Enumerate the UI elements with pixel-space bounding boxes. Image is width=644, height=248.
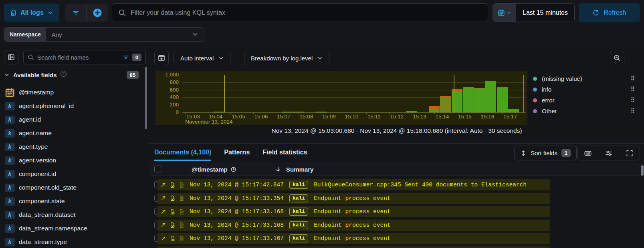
histogram-bar-segment[interactable] bbox=[474, 89, 485, 112]
table-row[interactable]: Nov 13, 2024 @ 15:17:42.847kaliBulkQueue… bbox=[149, 179, 644, 190]
histogram-bar-segment[interactable] bbox=[497, 87, 508, 88]
table-row-partial[interactable] bbox=[149, 246, 644, 248]
add-filter-button[interactable] bbox=[87, 4, 108, 22]
select-all-checkbox[interactable] bbox=[154, 166, 161, 172]
table-row[interactable]: Nov 13, 2024 @ 15:17:33.354kaliEndpoint … bbox=[149, 193, 644, 204]
refresh-button[interactable]: Refresh bbox=[579, 3, 640, 22]
expand-doc-icon[interactable] bbox=[160, 222, 166, 228]
table-row[interactable]: Nov 13, 2024 @ 15:17:33.168kaliEndpoint … bbox=[149, 206, 644, 217]
histogram-bar-segment[interactable] bbox=[508, 109, 519, 112]
breakdown-select-button[interactable]: Breakdown by log.level bbox=[244, 51, 329, 65]
date-quick-select-button[interactable] bbox=[493, 4, 516, 22]
hide-chart-button[interactable] bbox=[154, 51, 169, 65]
tab-field-statistics[interactable]: Field statistics bbox=[262, 146, 307, 161]
sidebar-field-item[interactable]: kcomponent.old_state bbox=[0, 181, 145, 194]
keyboard-shortcuts-button[interactable] bbox=[577, 146, 598, 160]
histogram-bar-segment[interactable] bbox=[429, 110, 440, 112]
namespace-filter[interactable]: Namespace Any bbox=[4, 27, 204, 42]
sidebar-field-item[interactable]: kcomponent.id bbox=[0, 167, 145, 181]
chevron-down-icon bbox=[218, 56, 224, 61]
legend-color-dot bbox=[533, 77, 537, 81]
histogram-bar-segment[interactable] bbox=[485, 81, 496, 112]
sidebar-field-item[interactable]: kagent.name bbox=[0, 126, 145, 140]
sidebar-field-item[interactable]: kdata_stream.type bbox=[0, 235, 145, 248]
legend-item[interactable]: (missing value) bbox=[528, 73, 640, 84]
calendar-icon bbox=[498, 9, 505, 16]
histogram-bar-segment[interactable] bbox=[485, 81, 496, 82]
expand-doc-icon[interactable] bbox=[160, 195, 166, 201]
available-fields-header[interactable]: Available fields ? 85 bbox=[4, 70, 142, 80]
field-search[interactable]: 0 bbox=[23, 50, 146, 64]
histogram-bar-segment[interactable] bbox=[474, 88, 485, 89]
service-badge[interactable]: kali bbox=[289, 194, 308, 202]
histogram-bar-segment[interactable] bbox=[293, 112, 304, 112]
legend-item[interactable]: error bbox=[528, 95, 640, 106]
collapse-sidebar-button[interactable] bbox=[4, 50, 18, 64]
sidebar-field-item[interactable]: kagent.ephemeral_id bbox=[0, 99, 145, 113]
table-scrollbar[interactable] bbox=[641, 165, 644, 176]
sidebar-field-item[interactable]: kagent.id bbox=[0, 113, 145, 126]
sort-descending-icon[interactable] bbox=[275, 166, 281, 172]
histogram-bar-segment[interactable] bbox=[316, 112, 327, 112]
sidebar-field-item[interactable]: kdata_stream.dataset bbox=[0, 208, 145, 222]
kql-search-bar[interactable] bbox=[112, 3, 488, 22]
histogram-bar-segment[interactable] bbox=[406, 111, 417, 112]
histogram-bar-segment[interactable] bbox=[440, 96, 451, 97]
filter-menu-button[interactable] bbox=[65, 4, 87, 22]
expand-doc-icon[interactable] bbox=[160, 236, 166, 242]
histogram-plot[interactable]: 02004006008001,00015:0315:0415:0515:0615… bbox=[155, 71, 527, 125]
histogram-bar-segment[interactable] bbox=[452, 91, 462, 112]
filter-button-group bbox=[65, 4, 108, 22]
table-row[interactable]: Nov 13, 2024 @ 15:17:33.167kaliEndpoint … bbox=[149, 233, 644, 244]
service-badge[interactable]: kali bbox=[289, 208, 308, 216]
column-header-timestamp[interactable]: @timestamp bbox=[192, 162, 236, 176]
histogram-bar-segment[interactable] bbox=[429, 106, 440, 110]
display-options-button[interactable] bbox=[598, 146, 619, 160]
sort-fields-button[interactable]: Sort fields 1 bbox=[514, 146, 577, 160]
service-badge[interactable]: kali bbox=[289, 221, 308, 229]
service-badge[interactable]: kali bbox=[289, 181, 308, 189]
sidebar-field-item[interactable]: kagent.version bbox=[0, 154, 145, 167]
expand-doc-icon[interactable] bbox=[160, 209, 166, 215]
histogram-bar-segment[interactable] bbox=[497, 88, 508, 112]
time-range-value[interactable]: Last 15 minutes bbox=[516, 4, 574, 22]
interval-select-button[interactable]: Auto interval bbox=[174, 51, 230, 65]
row-highlight-band: Nov 13, 2024 @ 15:17:33.168kaliEndpoint … bbox=[157, 206, 550, 217]
histogram-bar-segment[interactable] bbox=[463, 87, 474, 88]
legend-actions-icon[interactable] bbox=[630, 97, 636, 104]
sidebar-field-item[interactable]: @timestamp bbox=[0, 86, 145, 99]
chevron-down-icon[interactable] bbox=[4, 72, 10, 78]
expand-doc-icon[interactable] bbox=[160, 182, 166, 188]
sidebar-field-item[interactable]: kdata_stream.namespace bbox=[0, 222, 145, 235]
legend-actions-icon[interactable] bbox=[630, 75, 636, 82]
search-icon bbox=[28, 54, 34, 60]
table-row[interactable]: Nov 13, 2024 @ 15:17:33.168kaliEndpoint … bbox=[149, 220, 644, 231]
legend-actions-icon[interactable] bbox=[630, 108, 636, 114]
help-icon[interactable]: ? bbox=[61, 71, 67, 77]
legend-item[interactable]: info bbox=[528, 84, 640, 95]
legend-actions-icon[interactable] bbox=[630, 86, 636, 93]
histogram-bar-segment[interactable] bbox=[214, 112, 224, 112]
field-filter-icon[interactable] bbox=[123, 54, 129, 60]
histogram-bar-segment[interactable] bbox=[452, 89, 462, 91]
sidebar-scrollbar[interactable] bbox=[145, 67, 147, 129]
legend-item[interactable]: Other bbox=[528, 106, 640, 116]
histogram-bar-segment[interactable] bbox=[440, 97, 451, 112]
namespace-select[interactable]: Any bbox=[46, 28, 204, 41]
data-view-picker[interactable]: All logs bbox=[4, 4, 59, 22]
histogram-bar-segment[interactable] bbox=[282, 112, 293, 112]
kql-input[interactable] bbox=[131, 9, 482, 16]
keyword-field-icon: k bbox=[5, 224, 15, 233]
tab-patterns[interactable]: Patterns bbox=[224, 146, 250, 161]
service-badge[interactable]: kali bbox=[289, 234, 308, 242]
fullscreen-button[interactable] bbox=[619, 146, 640, 160]
histogram-bar-segment[interactable] bbox=[452, 91, 462, 92]
edit-visualization-button[interactable] bbox=[610, 51, 624, 65]
sidebar-field-item[interactable]: kcomponent.state bbox=[0, 194, 145, 208]
histogram-bar-segment[interactable] bbox=[463, 88, 474, 112]
field-search-input[interactable] bbox=[37, 54, 119, 61]
tab-documents[interactable]: Documents (4,100) bbox=[154, 146, 211, 161]
doc-lines-icon bbox=[179, 222, 185, 228]
column-header-summary[interactable]: Summary bbox=[286, 162, 313, 176]
sidebar-field-item[interactable]: kagent.type bbox=[0, 140, 145, 154]
